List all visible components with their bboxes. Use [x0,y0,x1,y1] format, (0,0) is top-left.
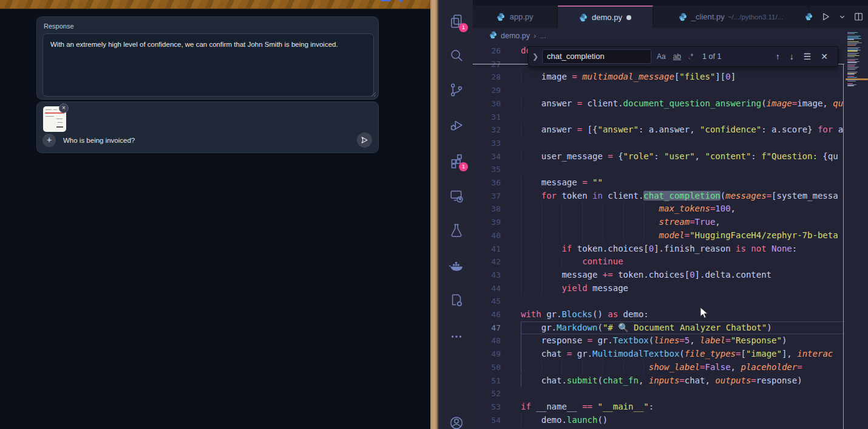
minimap-line [847,57,855,57]
activity-item-file-settings[interactable] [448,292,465,309]
code-line[interactable]: 46with gr.Blocks() as demo: [473,308,844,321]
response-textarea[interactable]: With an extremely high level of confiden… [42,33,374,97]
line-number: 34 [473,150,501,163]
code-line[interactable]: 31 [473,111,844,124]
regex-toggle[interactable]: .* [687,52,695,61]
minimap-line [847,37,859,38]
line-number: 53 [473,400,501,414]
code-line[interactable]: 38 max_tokens=100, [473,202,844,216]
line-number: 38 [473,202,501,216]
activity-item-search[interactable] [448,47,465,64]
line-number: 42 [473,255,501,269]
code-line[interactable]: 33 [473,137,844,150]
line-number: 40 [473,229,501,242]
run-button[interactable] [821,12,830,21]
code-text: user_message = {"role": "user", "content… [521,150,844,163]
code-line[interactable]: 43 message += token.choices[0].delta.con… [473,269,844,282]
line-number: 43 [473,269,501,282]
activity-item-remote-explorer[interactable] [448,187,465,204]
code-line[interactable]: 52 [473,387,844,400]
activity-item-test-flask[interactable] [448,222,465,239]
code-line[interactable]: 30 answer = client.document_question_ans… [473,97,844,111]
activity-item-run-debug[interactable] [448,117,465,134]
send-button[interactable] [357,132,372,148]
code-line[interactable]: 44 yield message [473,282,844,295]
code-text: answer = client.document_question_answer… [521,97,844,111]
activity-bar: 11 [438,0,473,429]
line-number: 39 [473,216,501,229]
remove-attachment-button[interactable]: × [59,103,69,113]
minimap-line [847,36,861,36]
tab-label: demo.py [592,13,622,22]
vscode-window: 11 app.py demo.py _client.py~/.../python… [438,0,868,429]
find-in-selection-button[interactable]: ☰ [804,52,812,61]
minimap-line [847,50,858,51]
next-match-button[interactable]: ↓ [790,52,794,61]
window-divider[interactable] [430,0,438,429]
code-line[interactable]: 34 user_message = {"role": "user", "cont… [473,150,844,163]
code-line[interactable]: 45 [473,295,844,308]
breadcrumb[interactable]: demo.py › ... [473,28,868,44]
code-text: max_tokens=100, [521,202,844,216]
modified-dot-icon[interactable] [626,15,631,20]
rule-line-left [473,64,528,64]
breadcrumb-file[interactable]: demo.py [501,32,530,40]
activity-item-files[interactable]: 1 [448,13,465,30]
split-editor-button[interactable] [854,12,863,21]
tab-path-description: ~/.../python3.11/... [728,13,784,21]
tab-_client-py[interactable]: _client.py~/.../python3.11/... [653,5,809,28]
activity-item-docker[interactable] [448,257,465,274]
code-line[interactable]: 54 demo.launch() [473,414,844,427]
previous-match-button[interactable]: ↑ [776,52,780,61]
match-case-toggle[interactable]: Aa [655,52,668,61]
code-line[interactable]: 51 chat.submit(chat_fn, inputs=chat, out… [473,374,844,388]
find-input[interactable]: chat_completion [542,49,651,64]
code-line[interactable]: 48 response = gr.Textbox(lines=5, label=… [473,334,844,348]
add-file-button[interactable]: + [42,134,56,147]
code-line[interactable]: 42 continue [473,255,844,269]
code-line[interactable]: 28 image = multimodal_message["files"][0… [473,70,844,84]
code-line[interactable]: 41 if token.choices[0].finish_reason is … [473,242,844,256]
whole-word-toggle[interactable]: ab [671,52,683,61]
code-line[interactable]: 37 for token in client.chat_completion(m… [473,190,844,203]
tab-demo-py[interactable]: demo.py [558,5,653,28]
code-line[interactable]: 32 answer = [{"answer": a.answer, "confi… [473,123,844,137]
activity-item-more[interactable] [448,328,465,345]
python-file-icon [489,31,497,41]
topbar-blue-dot [399,0,402,2]
code-text: message += token.choices[0].delta.conten… [521,269,844,282]
code-text: chat = gr.MultimodalTextbox(file_types=[… [521,348,844,361]
code-line[interactable]: 53if __name__ == "__main__": [473,400,844,414]
code-line[interactable]: 36 message = "" [473,176,844,190]
toggle-replace-chevron-icon[interactable]: ❯ [529,52,542,61]
code-line[interactable]: 39 stream=True, [473,216,844,229]
line-number: 33 [473,137,501,150]
line-number: 30 [473,97,501,111]
line-number: 37 [473,190,501,203]
minimap-line [847,85,854,86]
activity-item-account[interactable] [448,414,465,429]
code-line[interactable]: 47 gr.Markdown("# 🔍 Document Analyzer Ch… [473,321,844,335]
code-text: show_label=False, placeholder= [521,361,844,374]
activity-item-extensions[interactable]: 1 [448,152,465,169]
code-line[interactable]: 50 show_label=False, placeholder= [473,361,844,374]
code-editor[interactable]: 26de2728 image = multimodal_message["fil… [473,44,844,429]
minimap-line [847,39,854,39]
code-line[interactable]: 40 model="HuggingFaceH4/zephyr-7b-beta [473,229,844,242]
code-line[interactable]: 55 [473,427,844,429]
code-line[interactable]: 49 chat = gr.MultimodalTextbox(file_type… [473,348,844,361]
code-line[interactable]: 35 [473,163,844,176]
code-text: chat.submit(chat_fn, inputs=chat, output… [521,374,844,388]
code-line[interactable]: 29 [473,84,844,97]
close-find-button[interactable]: ✕ [821,52,828,61]
line-number: 35 [473,163,501,176]
run-dropdown-chevron-icon[interactable] [839,13,846,20]
breadcrumb-more[interactable]: ... [540,32,546,40]
code-text: if __name__ == "__main__": [521,400,844,414]
breadcrumb-separator: › [534,32,536,40]
tab-app-py[interactable]: app.py [473,5,558,28]
chat-message-text[interactable]: Who is being invoiced? [63,137,135,144]
resize-handle-icon[interactable] [371,92,376,97]
activity-item-source-control[interactable] [448,81,465,98]
minimap[interactable] [846,28,868,429]
